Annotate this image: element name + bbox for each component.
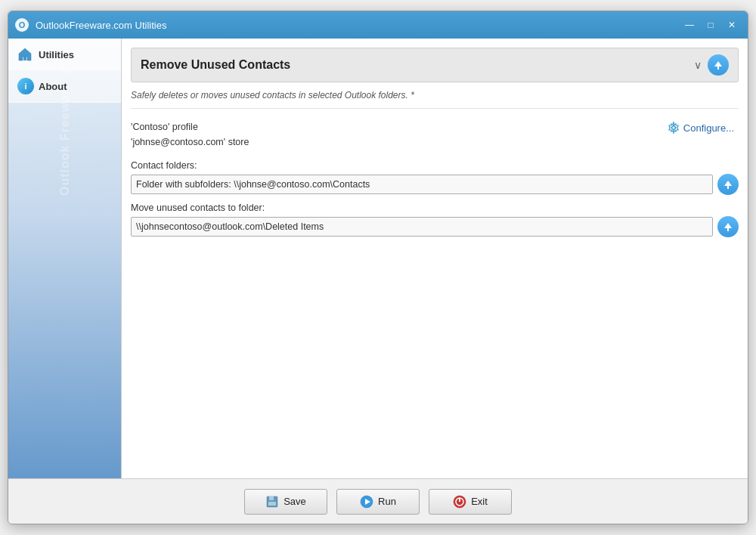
- utilities-label: Utilities: [39, 49, 74, 60]
- content-area: Utilities i About Outlook Freeware .com …: [8, 39, 748, 478]
- browse-up-icon: [723, 179, 733, 190]
- main-window: O OutlookFreeware.com Utilities — □ ✕ Ut…: [8, 11, 748, 524]
- contact-folders-section: Contact folders:: [131, 160, 739, 195]
- window-controls: — □ ✕: [680, 17, 742, 32]
- spacer: [131, 245, 739, 469]
- profile-line2: 'johnse@contoso.com' store: [131, 135, 662, 150]
- utility-title: Remove Unused Contacts: [141, 58, 694, 72]
- upload-icon: [713, 60, 723, 70]
- save-icon: [265, 495, 279, 509]
- utility-up-button[interactable]: [708, 54, 729, 76]
- maximize-button[interactable]: □: [701, 17, 720, 32]
- move-to-input[interactable]: [131, 217, 713, 237]
- move-to-section: Move unused contacts to folder:: [131, 203, 739, 237]
- configure-button[interactable]: Configure...: [662, 119, 739, 136]
- sidebar: Utilities i About Outlook Freeware .com: [8, 39, 122, 478]
- utility-header: Remove Unused Contacts ∨: [131, 48, 739, 82]
- save-button[interactable]: Save: [244, 489, 327, 515]
- info-icon: i: [17, 78, 34, 94]
- move-to-browse-button[interactable]: [717, 216, 739, 237]
- svg-rect-2: [23, 57, 26, 60]
- profile-info: 'Contoso' profile 'johnse@contoso.com' s…: [131, 119, 662, 150]
- profile-line1: 'Contoso' profile: [131, 119, 662, 135]
- contact-folders-row: [131, 174, 739, 195]
- sidebar-watermark: Outlook Freeware .com: [8, 39, 121, 471]
- window-title: OutlookFreeware.com Utilities: [36, 20, 680, 31]
- run-button[interactable]: Run: [336, 489, 420, 515]
- move-to-label: Move unused contacts to folder:: [131, 203, 739, 213]
- app-icon: O: [14, 17, 29, 32]
- close-button[interactable]: ✕: [722, 17, 742, 32]
- minimize-button[interactable]: —: [680, 17, 699, 32]
- profile-section: 'Contoso' profile 'johnse@contoso.com' s…: [131, 119, 739, 150]
- contact-folders-browse-button[interactable]: [717, 174, 739, 195]
- browse-up-icon2: [723, 221, 733, 232]
- svg-rect-10: [269, 496, 274, 500]
- svg-marker-3: [714, 61, 722, 66]
- configure-label: Configure...: [683, 122, 734, 134]
- svg-rect-11: [268, 502, 276, 506]
- main-panel: Remove Unused Contacts ∨ Safely deletes …: [122, 39, 748, 478]
- svg-rect-4: [717, 66, 719, 70]
- svg-marker-5: [724, 181, 732, 186]
- run-icon: [360, 495, 373, 509]
- svg-rect-8: [727, 228, 729, 231]
- sidebar-item-about[interactable]: i About: [8, 70, 121, 103]
- move-to-row: [131, 216, 739, 237]
- titlebar: O OutlookFreeware.com Utilities — □ ✕: [8, 11, 748, 39]
- exit-button[interactable]: Exit: [429, 489, 512, 515]
- about-label: About: [39, 81, 67, 92]
- svg-text:O: O: [19, 20, 26, 29]
- home-icon: [17, 47, 33, 62]
- save-label: Save: [284, 496, 306, 507]
- run-label: Run: [378, 496, 396, 507]
- chevron-down-icon: ∨: [694, 59, 702, 71]
- exit-icon: [453, 495, 466, 509]
- sidebar-item-utilities[interactable]: Utilities: [8, 39, 121, 70]
- utility-subtitle: Safely deletes or moves unused contacts …: [131, 90, 739, 109]
- configure-icon: [667, 121, 680, 135]
- contact-folders-label: Contact folders:: [131, 160, 739, 171]
- contact-folders-input[interactable]: [131, 175, 713, 194]
- svg-marker-7: [724, 223, 732, 228]
- footer: Save Run Exit: [8, 478, 748, 524]
- exit-label: Exit: [471, 496, 488, 507]
- svg-rect-6: [727, 186, 729, 189]
